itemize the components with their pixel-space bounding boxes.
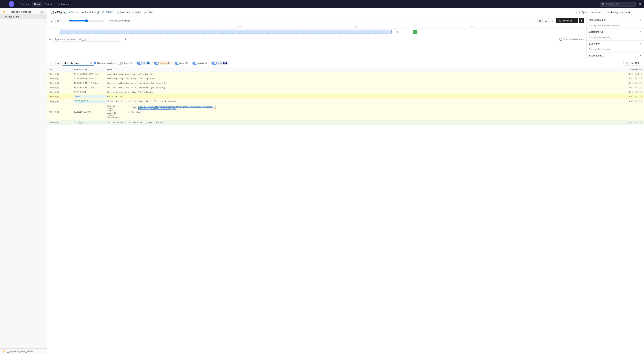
step-filter-chevron[interactable]: ⌃ [130,38,132,41]
table-row: hello_logs INFO Hello, world! 14:43:12.2… [47,94,644,99]
path-copy-icon[interactable]: 📋 [214,106,217,109]
hide-unselected-checkbox[interactable] [560,38,562,41]
error-label: error [180,62,184,64]
event-label: event [218,62,222,64]
hide-non-matches-label[interactable]: ✓ Hide non-matches [94,62,115,64]
view-tags-button[interactable]: 🏷 View tags and config [604,10,632,15]
filter-clear-button[interactable]: ✕ [90,62,92,65]
timeline-panel: ☰ ▤ ◌ Hide not started steps ▦ ☰ ⇵ Re-ex… [47,17,586,59]
table-row: hello_logs STEP_WORKER_STARTED Executing… [47,76,644,81]
tree-view-button[interactable]: ▤ [56,18,60,23]
debug-toggle[interactable] [118,62,123,65]
row-timestamp: 14:43:10.849 [620,73,642,75]
sidebar-item-repository[interactable]: 📁 __repository_demo_job 1 [0,9,47,14]
nav-runs[interactable]: Runs [32,2,42,7]
step-filter-icon: ✦ [49,38,51,41]
error-toggle[interactable] [174,62,180,65]
row-timestamp: 14:43:12.223 [620,100,642,102]
row-info: Launching subprocess for "hello_logs". [107,73,620,75]
sort-icon-btn[interactable]: ⇵ [550,18,555,23]
sidebar-footer: 📁 __repository_demo_job ↻ [0,348,47,354]
hide-not-started-checkbox[interactable] [106,20,108,22]
status-executing-header[interactable]: Executing (0) ▼ [586,29,644,35]
status-errored-header[interactable]: Errored (0) ▼ [586,41,644,47]
clock-icon: 🕐 [116,11,120,14]
nav-assets[interactable]: Assets [43,2,54,7]
copy-url-button[interactable]: 📋 Copy URL [624,61,642,66]
nav-overview[interactable]: Overview [17,2,31,7]
row-op: hello_logs [49,121,74,124]
log-list-view-btn[interactable]: ☰ [49,61,54,66]
table-row: hello_logs RESOURCE_INIT_STAR... Startin… [47,81,644,85]
status-succeeded: Succeeded (1) ► [586,53,644,59]
tick-0: 0.5s [237,26,354,28]
copy-icon: 📋 [626,62,628,64]
sidebar-footer-label: __repository_demo_job [7,350,30,352]
row-event-type: STEP_SUCCESS [74,121,107,124]
row-info: Starting initialization of resources [io… [107,82,620,84]
log-structured-view-btn[interactable]: ■ [56,61,60,66]
reexecute-more-button[interactable]: ▼ [579,18,584,23]
row-op: hello_logs [49,95,74,98]
more-options-button[interactable]: ⋮ [634,10,640,15]
table-row: hello_logs STEP_SUCCESS Finished executi… [47,120,644,125]
tag-icon: 🏷 [606,11,609,14]
nav-deployment[interactable]: Deployment [55,2,72,7]
log-level-critical: critical 0 [191,61,209,65]
search-bar[interactable]: 🔍 Search... / [600,2,636,7]
path-value[interactable]: /Users/erincochran/Desktop/asset_tutoria… [138,106,213,109]
col-op: OP [49,68,74,71]
logo: D [9,1,14,7]
gantt-bar [60,30,391,34]
sidebar-item-job[interactable]: ⚙ demo_job [0,14,47,19]
open-launchpad-button[interactable]: ✎ Open in Launchpad [576,10,603,15]
row-timestamp: 14:43:12.315 [620,91,642,93]
critical-count: 0 [204,62,208,64]
clock-view-button[interactable]: ◌ [62,18,67,23]
critical-toggle[interactable] [192,62,198,65]
filter-icon-btn[interactable]: ▦ [538,18,542,23]
log-level-warning: warning 0 [152,61,172,65]
row-info: Hello, world! [107,95,620,98]
hamburger-icon[interactable]: ☰ [3,2,6,6]
row-timestamp: 14:43:12.243 [121,111,142,113]
launchpad-icon: ✎ [579,11,580,14]
log-filter-input[interactable] [62,61,94,66]
run-header-actions: ✎ Open in Launchpad 🏷 View tags and conf… [576,10,640,15]
executing-empty: No steps are executing [586,35,644,40]
list-icon-btn[interactable]: ☰ [544,18,549,23]
gantt-view-button[interactable]: ☰ [49,18,54,23]
event-toggle[interactable] [212,62,217,65]
main-layout: 📁 __repository_demo_job 1 ⚙ demo_job 📁 _… [0,8,644,354]
gantt-row[interactable] [47,29,586,35]
run-date: Dec 15, 2:43:10 PM [120,11,141,14]
succeeded-title: Succeeded (1) [589,54,604,57]
status-succeeded-header[interactable]: Succeeded (1) ► [586,53,644,59]
run-of-label: Run of [84,11,91,14]
refresh-icon[interactable]: ↻ [31,350,33,352]
table-row: hello_logs RESOURCE_INIT_SUCC... Finishe… [47,85,644,90]
run-of-job[interactable]: demo_job [92,11,101,14]
step-filter-input[interactable] [53,37,121,42]
info-toggle[interactable] [137,62,142,65]
debug-label: debug [124,62,129,64]
status-not-executed-header[interactable]: Not executed (0) ▼ [586,17,644,23]
timeline-zoom-slider[interactable] [68,19,104,22]
row-event-type: STEP_WORKER_STARTI... [74,73,107,75]
settings-icon[interactable]: ⚙ [638,2,641,6]
debug-count: 1 [130,62,132,64]
row-timestamp: 14:43:12.176 [620,82,642,84]
gantt-bar-area [49,30,584,34]
step-filter-settings-btn[interactable]: ⚙ [123,37,128,42]
run-at: @ [102,11,104,14]
reexecute-button[interactable]: Re-execute all (*) [556,18,578,23]
hide-not-started-label[interactable]: Hide not started steps [106,20,130,22]
hide-unselected-label[interactable]: Hide unselected steps [560,38,584,41]
run-commit[interactable]: b6eb0f91 [105,11,114,14]
row-event-type: STEP_WORKER_STARTED [74,77,107,80]
row-info: Finished initialization of resources [io… [107,86,620,89]
row-op: hello_logs [49,82,74,84]
content-area: b8a77afc Success ▶ Run of demo_job @ b6e… [47,8,644,354]
info-count: 1 [147,62,150,64]
warning-toggle[interactable] [154,62,159,65]
